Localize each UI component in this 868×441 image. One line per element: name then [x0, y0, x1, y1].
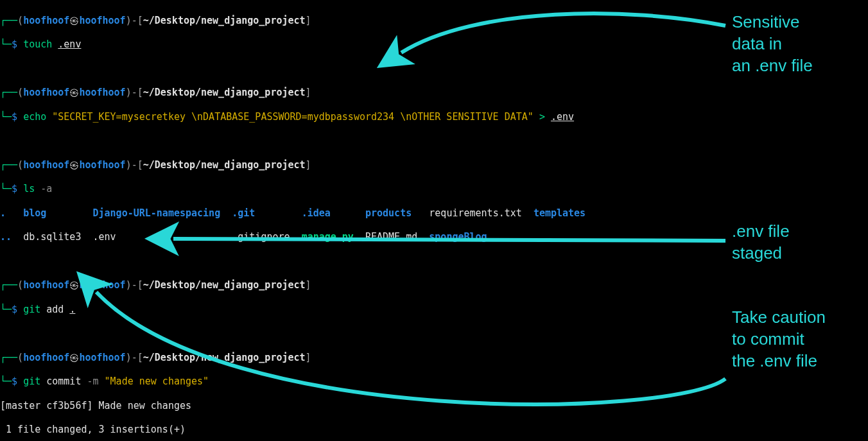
cmd-git-commit: └─$ git commit -m "Made new changes"	[0, 376, 868, 388]
commit-output-2: 1 file changed, 3 insertions(+)	[0, 424, 868, 436]
ls-row-1: . blog Django-URL-namespacing .git .idea…	[0, 207, 868, 220]
cmd-ls: └─$ ls -a	[0, 183, 868, 195]
prompt-line: ┌──(hoofhoof㉿hoofhoof)-[~/Desktop/new_dj…	[0, 159, 868, 171]
commit-output-1: [master cf3b56f] Made new changes	[0, 400, 868, 412]
annotation-take-caution: Take caution to commit the .env file	[732, 307, 826, 372]
annotation-env-staged: .env file staged	[732, 221, 790, 264]
annotation-sensitive-data: Sensitive data in an .env file	[732, 12, 813, 76]
prompt-line: ┌──(hoofhoof㉿hoofhoof)-[~/Desktop/new_dj…	[0, 87, 868, 99]
prompt-line: ┌──(hoofhoof㉿hoofhoof)-[~/Desktop/new_dj…	[0, 279, 868, 291]
cmd-echo: └─$ echo "SECRET_KEY=mysecretkey \nDATAB…	[0, 111, 868, 123]
